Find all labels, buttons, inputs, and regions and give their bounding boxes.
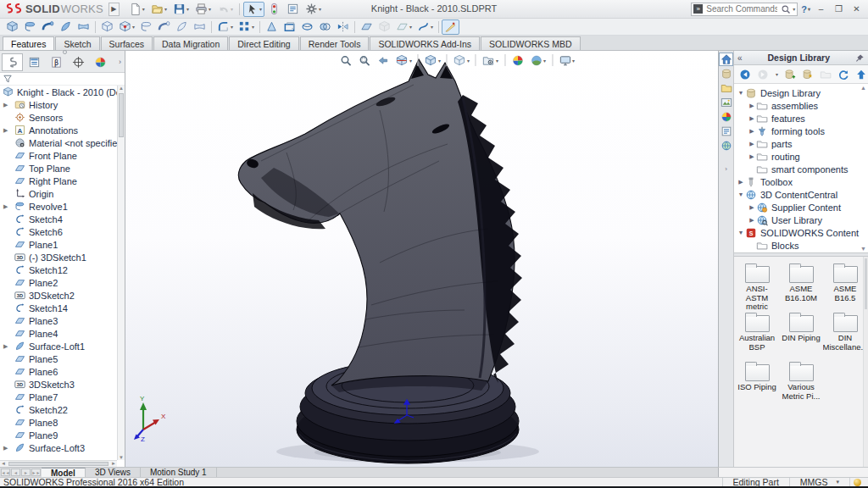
- zoom-to-area-button[interactable]: [356, 53, 374, 68]
- expand-icon[interactable]: ▶: [3, 102, 8, 108]
- last-tab-icon[interactable]: ►►: [31, 469, 41, 476]
- nav-history-button[interactable]: ▾: [772, 67, 781, 82]
- doc-tab-model[interactable]: Model: [42, 468, 86, 477]
- library-item-features[interactable]: ▶features: [734, 112, 868, 125]
- mirror-button[interactable]: [334, 19, 352, 35]
- expand-icon[interactable]: ▼: [737, 191, 745, 197]
- scrollbar-thumb[interactable]: [119, 93, 124, 137]
- taskpane-tab-appearances-scenes[interactable]: [719, 110, 733, 124]
- select-cursor-button[interactable]: ▾: [243, 2, 264, 17]
- tree-item-plane1[interactable]: Plane1: [0, 238, 117, 251]
- add-to-library-button[interactable]: [782, 67, 798, 82]
- add-file-location-button[interactable]: [799, 67, 816, 82]
- scroll-up-icon[interactable]: ▲: [118, 86, 125, 91]
- propertymanager-tab[interactable]: [24, 53, 45, 71]
- library-folder-australian-bsp[interactable]: Australian BSP: [735, 312, 779, 359]
- tag-icon[interactable]: [854, 479, 861, 486]
- expand-icon[interactable]: ▶: [3, 445, 8, 452]
- tree-item-plane4[interactable]: Plane4: [0, 327, 117, 340]
- library-folder-iso-piping[interactable]: ISO Piping: [735, 361, 779, 408]
- manager-tabs-overflow-icon[interactable]: ›: [119, 58, 123, 66]
- taskpane-tab-design-library[interactable]: [719, 67, 733, 80]
- expand-icon[interactable]: ▶: [748, 217, 756, 224]
- tab-solidworks-mbd[interactable]: SOLIDWORKS MBD: [481, 36, 580, 50]
- boundary-boss-button[interactable]: [75, 19, 92, 35]
- tree-item-plane9[interactable]: Plane9: [0, 429, 117, 441]
- tree-item-material-not-specified[interactable]: Material <not specified>: [0, 136, 117, 149]
- refresh-button[interactable]: [835, 67, 852, 82]
- tab-direct-editing[interactable]: Direct Editing: [229, 36, 298, 50]
- expand-icon[interactable]: ▼: [737, 230, 745, 236]
- tree-item-sensors[interactable]: Sensors: [0, 111, 117, 124]
- scroll-down-icon[interactable]: ▼: [860, 246, 866, 252]
- apply-scene-button[interactable]: ▾: [527, 53, 548, 68]
- options-gear-button[interactable]: ▾: [303, 2, 324, 17]
- doc-tab-3d-views[interactable]: 3D Views: [86, 468, 141, 477]
- linear-pattern-button[interactable]: ▾: [236, 19, 257, 35]
- scroll-up-icon[interactable]: ▲: [860, 85, 866, 91]
- reference-geometry-button[interactable]: [358, 19, 376, 35]
- tree-item-sketch6[interactable]: Sketch6: [0, 225, 117, 238]
- tree-item-surface-loft1[interactable]: ▶Surface-Loft1: [0, 340, 117, 352]
- tree-item-sketch4[interactable]: Sketch4: [0, 213, 117, 225]
- status-tag-cell[interactable]: [849, 478, 868, 486]
- fillet-button[interactable]: ▾: [214, 19, 236, 35]
- tree-item-surface-loft3[interactable]: ▶Surface-Loft3: [0, 441, 117, 454]
- view-orientation-button[interactable]: ▾: [422, 53, 443, 68]
- tree-item-history[interactable]: ▶History: [0, 98, 117, 111]
- edit-appearance-button[interactable]: [509, 53, 526, 68]
- hide-show-items-button[interactable]: ▾: [480, 53, 501, 68]
- view-settings-button[interactable]: ▾: [556, 53, 577, 68]
- zoom-to-fit-button[interactable]: [337, 53, 355, 68]
- plane-tool-button[interactable]: ▾: [393, 19, 415, 35]
- doc-tab-motion-study-1[interactable]: Motion Study 1: [141, 468, 217, 477]
- prev-tab-icon[interactable]: ◄: [11, 469, 20, 476]
- displaymanager-tab[interactable]: [90, 53, 111, 71]
- tab-features[interactable]: Features: [3, 36, 54, 50]
- display-style-button[interactable]: ▾: [451, 53, 472, 68]
- library-item-assemblies[interactable]: ▶assemblies: [734, 99, 868, 112]
- library-item-3d-contentcentral[interactable]: ▼3D ContentCentral: [734, 188, 868, 201]
- tab-sketch[interactable]: Sketch: [55, 36, 99, 50]
- open-button[interactable]: ▾: [148, 2, 170, 17]
- expand-icon[interactable]: ▶: [3, 343, 8, 350]
- shell-button[interactable]: [281, 19, 298, 35]
- tree-item-plane7[interactable]: Plane7: [0, 391, 117, 403]
- tree-filter-row[interactable]: [0, 73, 125, 86]
- grid-scrollbar[interactable]: [863, 257, 868, 467]
- next-tab-icon[interactable]: ►: [21, 469, 31, 476]
- expand-icon[interactable]: ▶: [748, 115, 756, 122]
- tree-item-sketch12[interactable]: Sketch12: [0, 263, 117, 276]
- graphics-viewport[interactable]: ▾▾▾▾▾▾ Y X Z: [125, 51, 718, 467]
- rebuild-button[interactable]: [265, 2, 283, 17]
- section-view-button[interactable]: ▾: [393, 53, 415, 68]
- display-state-button[interactable]: [376, 19, 393, 35]
- library-folder-ansi-astm-metric-b16[interactable]: ANSI-ASTM metric B16....: [735, 263, 779, 310]
- scroll-down-icon[interactable]: ▼: [118, 455, 125, 460]
- tree-item-sketch14[interactable]: Sketch14: [0, 302, 117, 314]
- back-button[interactable]: [737, 67, 754, 82]
- tree-horizontal-scrollbar[interactable]: ◄ ►: [0, 460, 117, 467]
- featuremanager-tab[interactable]: [2, 53, 23, 71]
- extruded-cut-button[interactable]: [98, 19, 116, 35]
- print-button[interactable]: ▾: [192, 2, 214, 17]
- library-item-smart-components[interactable]: smart components: [734, 163, 868, 175]
- expand-icon[interactable]: ▶: [748, 141, 756, 147]
- minimize-button[interactable]: –: [814, 4, 828, 14]
- units-selector[interactable]: MMGS▾: [789, 478, 849, 486]
- previous-view-button[interactable]: [375, 53, 392, 68]
- expand-icon[interactable]: ▶: [748, 204, 756, 211]
- tree-item-3dsketch3[interactable]: 3D3DSketch3: [0, 378, 117, 391]
- swept-cut-button[interactable]: [155, 19, 173, 35]
- tree-item-revolve1[interactable]: ▶Revolve1: [0, 200, 117, 213]
- first-tab-icon[interactable]: ◄◄: [1, 469, 10, 476]
- taskpane-tab-custom-properties[interactable]: [719, 125, 733, 138]
- tree-vertical-scrollbar[interactable]: ▲ ▼: [117, 86, 125, 460]
- forward-button[interactable]: [754, 67, 771, 82]
- help-button[interactable]: ?▾: [801, 4, 810, 14]
- tree-item-3dsketch1[interactable]: 3D(-) 3DSketch1: [0, 251, 117, 263]
- up-one-level-button[interactable]: [853, 67, 868, 82]
- undo-button[interactable]: ▾: [214, 2, 236, 17]
- tree-item-origin[interactable]: Origin: [0, 187, 117, 200]
- taskpane-tab-solidworks-forum[interactable]: [719, 139, 733, 152]
